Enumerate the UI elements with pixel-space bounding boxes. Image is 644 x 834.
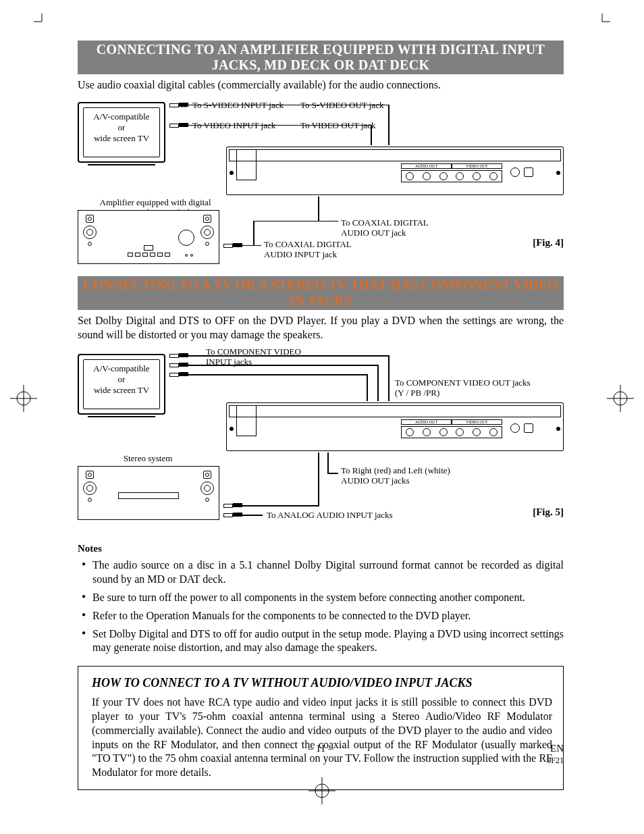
registration-mark-icon xyxy=(607,385,634,415)
plug-icon xyxy=(169,122,188,128)
note-item: Be sure to turn off the power to all com… xyxy=(84,591,564,605)
plug-icon xyxy=(169,362,188,367)
notes-section: Notes The audio source on a disc in a 5.… xyxy=(78,543,564,655)
coax-out-label: To COAXIAL DIGITAL AUDIO OUT jack xyxy=(341,218,429,238)
note-item: Set Dolby Digital and DTS to off for aud… xyxy=(84,627,564,656)
coax-in-label: To COAXIAL DIGITAL AUDIO INPUT jack xyxy=(264,240,352,260)
crop-mark-icon xyxy=(593,14,610,31)
tv-label: A/V-compatible xyxy=(79,363,164,374)
note-item: Refer to the Operation Manuals for the c… xyxy=(84,609,564,623)
or-label: or xyxy=(180,101,187,110)
jack-panel: AUDIO OUTVIDEO OUT xyxy=(401,419,502,448)
section-banner: CONNECTING TO AN AMPLIFIER EQUIPPED WITH… xyxy=(78,41,564,74)
audio-out-label: To Right (red) and Left (white) AUDIO OU… xyxy=(341,466,450,486)
dvd-player-icon: AUDIO OUTVIDEO OUT xyxy=(226,147,564,195)
intro-text: Set Dolby Digital and DTS to OFF on the … xyxy=(78,314,564,342)
jack-panel: AUDIO OUTVIDEO OUT xyxy=(401,163,502,192)
tv-label: or xyxy=(79,122,164,133)
stereo-system-icon xyxy=(78,466,219,520)
analog-audio-in-label: To ANALOG AUDIO INPUT jacks xyxy=(267,511,393,521)
tv-label: wide screen TV xyxy=(79,133,164,144)
figure-5: A/V-compatible or wide screen TV To COMP… xyxy=(78,347,564,536)
tv-icon: A/V-compatible or wide screen TV xyxy=(78,354,165,415)
plug-icon xyxy=(169,371,188,377)
howto-box: HOW TO CONNECT TO A TV WITHOUT AUDIO/VID… xyxy=(78,666,564,790)
section-banner: CONNECTING TO A TV OR A STEREO TV THAT H… xyxy=(78,276,564,310)
footer-lang: EN 9F21 xyxy=(547,743,564,765)
plug-icon xyxy=(169,353,188,358)
plug-icon xyxy=(223,502,242,508)
tv-label: A/V-compatible xyxy=(79,111,164,122)
registration-mark-icon xyxy=(10,385,37,415)
plug-icon xyxy=(223,512,242,517)
crop-mark-icon xyxy=(34,14,51,31)
note-item: The audio source on a disc in a 5.1 chan… xyxy=(84,558,564,587)
stereo-caption: Stereo system xyxy=(107,454,188,464)
tv-icon: A/V-compatible or wide screen TV xyxy=(78,102,165,163)
intro-text: Use audio coaxial digital cables (commer… xyxy=(78,78,564,93)
tv-label: wide screen TV xyxy=(79,385,164,396)
amplifier-icon xyxy=(78,210,219,264)
figure-number: [Fig. 5] xyxy=(533,506,564,518)
howto-body: If your TV does not have RCA type audio … xyxy=(92,696,552,780)
page-number: – 11 – xyxy=(308,743,333,754)
tv-label: or xyxy=(79,374,164,385)
figure-number: [Fig. 4] xyxy=(533,237,564,249)
component-out-label: To COMPONENT VIDEO OUT jacks (Y / PB /PR… xyxy=(395,378,531,398)
figure-4: A/V-compatible or wide screen TV or To S… xyxy=(78,98,564,273)
howto-title: HOW TO CONNECT TO A TV WITHOUT AUDIO/VID… xyxy=(92,676,552,690)
notes-heading: Notes xyxy=(78,543,564,554)
dvd-player-icon: AUDIO OUTVIDEO OUT xyxy=(226,402,564,451)
plug-icon xyxy=(223,242,242,248)
